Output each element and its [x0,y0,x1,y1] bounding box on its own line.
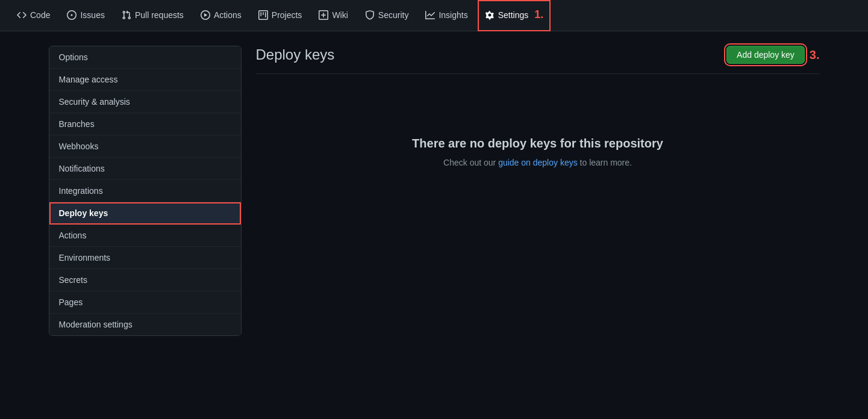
sidebar-link-options[interactable]: Options [49,46,241,68]
sidebar-link-actions[interactable]: Actions [49,225,241,246]
pr-icon [122,10,131,20]
nav-issues-label: Issues [80,10,104,20]
empty-state-desc-prefix: Check out our [443,158,498,167]
nav-security-label: Security [378,10,409,20]
sidebar-item-webhooks[interactable]: Webhooks [49,135,241,158]
gear-icon [485,10,495,20]
top-navigation: Code Issues Pull requests Actions Projec… [0,0,868,31]
sidebar-item-environments[interactable]: Environments [49,247,241,269]
nav-pull-requests[interactable]: Pull requests [114,0,191,31]
nav-settings[interactable]: Settings 1. [478,0,551,31]
nav-security[interactable]: Security [358,0,416,31]
sidebar-link-pages[interactable]: Pages [49,291,241,313]
sidebar-link-notifications[interactable]: Notifications [49,158,241,179]
sidebar-link-webhooks[interactable]: Webhooks [49,135,241,157]
code-icon [17,10,27,20]
nav-code[interactable]: Code [10,0,57,31]
nav-wiki-label: Wiki [332,10,348,20]
nav-insights-label: Insights [439,10,467,20]
nav-wiki[interactable]: Wiki [311,0,355,31]
deploy-keys-guide-link[interactable]: guide on deploy keys [498,158,578,167]
main-content: Deploy keys Add deploy key 3. There are … [256,46,820,336]
sidebar-item-branches[interactable]: Branches [49,113,241,135]
page-header: Deploy keys Add deploy key 3. [256,46,820,74]
sidebar-item-notifications[interactable]: Notifications [49,158,241,180]
shield-icon [365,10,375,20]
sidebar-item-integrations[interactable]: Integrations [49,180,241,202]
empty-state-description: Check out our guide on deploy keys to le… [443,158,632,167]
sidebar-link-integrations[interactable]: Integrations [49,180,241,202]
step-3-label: 3. [810,48,820,62]
sidebar-menu: Options Manage access Security & analysi… [49,46,242,336]
sidebar-link-environments[interactable]: Environments [49,247,241,268]
page-layout: Options Manage access Security & analysi… [49,31,820,350]
nav-actions[interactable]: Actions [193,0,249,31]
play-icon [201,10,210,20]
empty-state-desc-suffix: to learn more. [578,158,632,167]
sidebar-item-secrets[interactable]: Secrets [49,269,241,291]
empty-state: There are no deploy keys for this reposi… [256,88,820,216]
nav-code-label: Code [30,10,50,20]
sidebar-item-moderation[interactable]: Moderation settings [49,314,241,335]
sidebar-link-deploy-keys[interactable]: Deploy keys [49,202,241,224]
sidebar-item-options[interactable]: Options [49,46,241,69]
nav-pr-label: Pull requests [135,10,184,20]
nav-projects[interactable]: Projects [251,0,310,31]
nav-issues[interactable]: Issues [60,0,111,31]
sidebar-item-actions[interactable]: Actions [49,225,241,247]
sidebar-item-manage-access[interactable]: Manage access [49,69,241,91]
sidebar-link-security-analysis[interactable]: Security & analysis [49,91,241,113]
sidebar-link-secrets[interactable]: Secrets [49,269,241,291]
issue-icon [67,10,76,20]
sidebar-item-pages[interactable]: Pages [49,291,241,314]
sidebar-link-moderation[interactable]: Moderation settings [49,314,241,335]
nav-projects-label: Projects [272,10,302,20]
wiki-icon [319,10,328,20]
nav-insights[interactable]: Insights [418,0,475,31]
sidebar-item-security-analysis[interactable]: Security & analysis [49,91,241,113]
settings-sidebar: Options Manage access Security & analysi… [49,46,242,336]
nav-actions-label: Actions [214,10,242,20]
header-actions: Add deploy key 3. [726,46,819,64]
projects-icon [258,10,268,20]
sidebar-link-manage-access[interactable]: Manage access [49,69,241,90]
sidebar-item-deploy-keys[interactable]: Deploy keys 2. [49,202,241,225]
sidebar-link-branches[interactable]: Branches [49,113,241,135]
page-title: Deploy keys [256,46,335,63]
step-1-label: 1. [534,8,543,21]
nav-settings-label: Settings [498,10,529,20]
add-deploy-key-button[interactable]: Add deploy key [726,46,805,64]
insights-icon [425,10,435,20]
empty-state-title: There are no deploy keys for this reposi… [412,137,663,151]
